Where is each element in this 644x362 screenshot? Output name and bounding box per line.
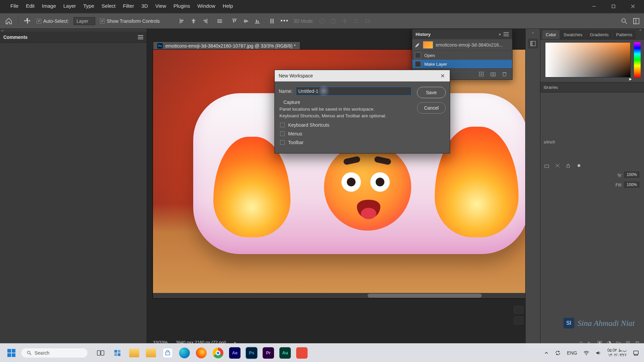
chrome-icon[interactable]	[211, 346, 225, 360]
audition-icon[interactable]: Au	[278, 346, 292, 360]
tray-chevron-icon[interactable]	[544, 351, 549, 355]
firefox-icon[interactable]	[194, 346, 209, 360]
collapsed-panel-icon[interactable]	[514, 316, 523, 324]
align-center-h-icon[interactable]	[190, 17, 197, 25]
distribute-h-icon[interactable]	[216, 17, 223, 25]
distribute-v-icon[interactable]	[268, 17, 276, 25]
menu-3d[interactable]: 3D	[138, 1, 152, 11]
taskbar-search[interactable]: Search	[21, 348, 88, 358]
color-picker-panel[interactable]: ▶	[540, 40, 644, 82]
align-top-icon[interactable]	[231, 17, 238, 25]
app-icon-red[interactable]	[294, 346, 309, 360]
menu-type[interactable]: Type	[79, 1, 98, 11]
menu-edit[interactable]: Edit	[22, 1, 38, 11]
tab-swatches[interactable]: Swatches	[560, 30, 586, 39]
workspace-switcher-icon[interactable]	[633, 17, 640, 25]
show-transform-checkbox[interactable]: Show Transform Controls	[100, 18, 160, 24]
more-options-icon[interactable]: •••	[280, 17, 289, 24]
photoshop-icon[interactable]: Ps	[244, 346, 259, 360]
separator	[18, 16, 18, 26]
explorer-icon[interactable]	[127, 346, 142, 360]
svg-rect-34	[634, 18, 636, 24]
widgets-icon[interactable]	[110, 346, 125, 360]
move-tool-icon[interactable]	[23, 17, 32, 25]
panel-collapse-icon[interactable]: »	[499, 32, 501, 36]
tab-gradients[interactable]: Gradients	[586, 30, 612, 39]
premiere-icon[interactable]: Pr	[261, 346, 276, 360]
toolbar-checkbox[interactable]: Toolbar	[280, 140, 412, 145]
lock-all-icon[interactable]	[565, 163, 572, 168]
edge-icon[interactable]	[177, 346, 192, 360]
dialog-titlebar[interactable]: New Workspace ✕	[275, 70, 450, 81]
menu-view[interactable]: View	[152, 1, 170, 11]
menu-layer[interactable]: Layer	[60, 1, 80, 11]
language-indicator[interactable]: ENG	[567, 350, 577, 356]
svg-rect-10	[207, 19, 207, 23]
workspace-name-input[interactable]	[296, 87, 412, 96]
svg-rect-18	[235, 20, 236, 21]
lock-pixels-icon[interactable]	[554, 163, 561, 168]
lock-position-icon[interactable]	[544, 163, 550, 168]
minimize-button[interactable]	[584, 0, 604, 13]
color-field[interactable]	[545, 42, 631, 77]
hue-slider[interactable]	[634, 42, 641, 77]
volume-icon[interactable]	[595, 350, 601, 356]
horizontal-scrollbar[interactable]	[153, 293, 525, 298]
wifi-icon[interactable]	[583, 350, 589, 356]
taskbar-clock[interactable]: ب.ظ 0۵:0۴ ١۴٠٢/٠٣/٢۶	[607, 348, 627, 358]
after-effects-icon[interactable]: Ae	[227, 346, 242, 360]
history-step-open[interactable]: Open	[412, 51, 512, 60]
menu-image[interactable]: Image	[38, 1, 60, 11]
panel-icon[interactable]	[528, 39, 538, 49]
svg-rect-45	[567, 165, 570, 168]
opacity-row[interactable]: ty:100%	[618, 172, 639, 178]
collapse-handle-icon[interactable]: «	[532, 31, 534, 35]
notifications-icon[interactable]	[633, 350, 639, 356]
slider-arrow-icon[interactable]: ▶	[629, 77, 632, 81]
delete-icon[interactable]	[501, 71, 507, 77]
align-bottom-icon[interactable]	[254, 17, 261, 25]
maximize-button[interactable]	[604, 0, 623, 13]
store-icon[interactable]	[160, 346, 175, 360]
snapshot-camera-icon[interactable]	[490, 71, 496, 77]
collapsed-panel-icon[interactable]	[514, 306, 523, 314]
menu-help[interactable]: Help	[219, 1, 237, 11]
document-tab[interactable]: Ps emoticons-emoji-3d-3840x2160-10787.jp…	[153, 42, 300, 50]
dialog-close-button[interactable]: ✕	[439, 73, 446, 79]
align-middle-icon[interactable]	[242, 17, 250, 25]
task-view-icon[interactable]	[93, 346, 108, 360]
menu-filter[interactable]: Filter	[119, 1, 138, 11]
search-icon[interactable]	[621, 17, 628, 25]
history-snapshot-row[interactable]: emoticons-emoji-3d-3840x216...	[412, 39, 512, 51]
history-step-make-layer[interactable]: Make Layer	[412, 60, 512, 68]
menu-select[interactable]: Select	[98, 1, 119, 11]
create-document-icon[interactable]	[479, 71, 485, 77]
svg-rect-7	[193, 19, 194, 23]
history-menu-icon[interactable]	[503, 32, 509, 36]
explorer-icon-2[interactable]	[144, 346, 158, 360]
auto-select-checkbox[interactable]: Auto-Select:	[37, 18, 69, 24]
panel-menu-icon[interactable]	[138, 35, 143, 39]
libraries-panel-header[interactable]: ibraries	[540, 82, 644, 93]
fill-row[interactable]: Fill:100%	[615, 182, 639, 188]
tab-color[interactable]: Color	[542, 30, 559, 39]
tray-sync-icon[interactable]	[555, 350, 561, 356]
auto-select-target-dropdown[interactable]: Layer	[73, 17, 95, 25]
align-left-icon[interactable]	[178, 17, 186, 25]
menus-checkbox[interactable]: Menus	[280, 131, 412, 136]
save-button[interactable]: Save	[417, 87, 446, 98]
menu-file[interactable]: File	[7, 1, 22, 11]
tab-patterns[interactable]: Patterns	[613, 30, 636, 39]
menu-plugins[interactable]: Plugins	[170, 1, 194, 11]
start-button[interactable]	[5, 346, 18, 360]
cancel-button[interactable]: Cancel	[417, 102, 446, 114]
align-right-icon[interactable]	[201, 17, 209, 25]
collapse-handle-icon[interactable]: «	[1, 29, 3, 33]
home-button[interactable]	[4, 16, 13, 26]
keyboard-shortcuts-checkbox[interactable]: Keyboard Shortcuts	[280, 122, 412, 128]
close-button[interactable]	[623, 0, 643, 13]
lock-dot-icon[interactable]	[576, 163, 583, 168]
svg-rect-4	[180, 19, 180, 23]
collapse-handle-icon[interactable]: «	[639, 28, 641, 32]
menu-window[interactable]: Window	[194, 1, 219, 11]
